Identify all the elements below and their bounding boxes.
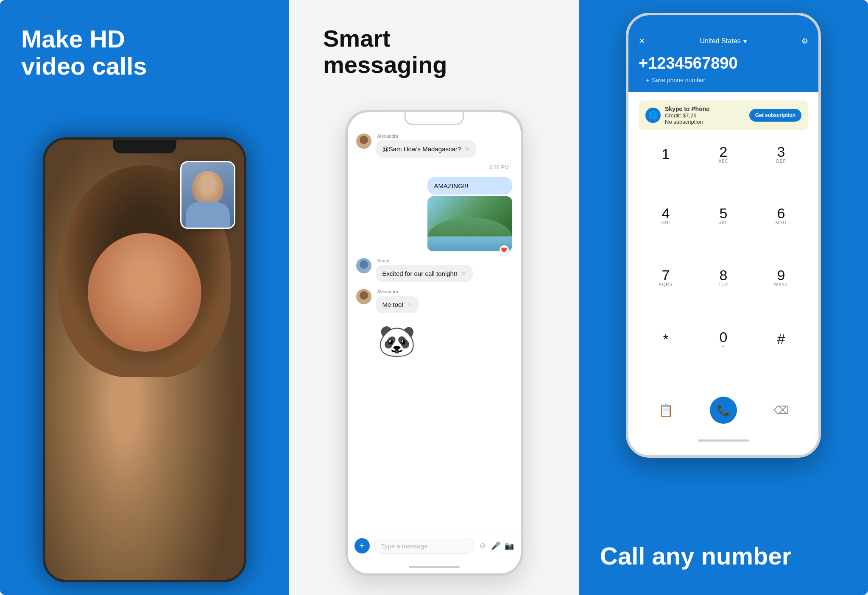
dialpad-home-bar <box>698 439 749 442</box>
save-person-icon: 👤+ <box>639 77 649 83</box>
dialpad-contacts-action[interactable]: 📋 <box>639 395 693 425</box>
close-icon[interactable]: ✕ <box>639 36 645 46</box>
save-label: Save phone number <box>652 77 705 83</box>
key-3[interactable]: 3def <box>754 139 808 169</box>
message-text: @Sam How's Madagascar? <box>382 145 461 153</box>
sent-message-row: AMAZING!!! ❤️ <box>356 177 512 251</box>
messaging-headline-line1: Smart <box>323 25 391 52</box>
backspace-icon: ⌫ <box>773 404 789 417</box>
stuart-avatar <box>356 258 371 273</box>
message-row: Alexandra @Sam How's Madagascar? ☺ <box>356 133 512 158</box>
pip-face <box>192 171 223 205</box>
heart-reaction: ❤️ <box>500 245 509 255</box>
call-any-number-headline: Call any number <box>600 542 791 570</box>
message-bubble-group: Alexandra @Sam How's Madagascar? ☺ <box>376 133 477 158</box>
stuart-bubble-group: Stuart Excited for our call tonight! ☺ <box>376 258 473 282</box>
call-button[interactable]: 📞 <box>710 397 737 424</box>
phone-number-display: +1234567890 <box>639 54 808 72</box>
pip-video <box>180 161 235 229</box>
key-0[interactable]: 0+ <box>696 324 751 354</box>
credit-text: Skype to Phone Credit: $7,26 No subscrip… <box>665 106 709 125</box>
key-hash[interactable]: # <box>754 324 808 354</box>
chevron-down-icon: ▾ <box>743 37 747 45</box>
headline-line2: video calls <box>21 52 147 80</box>
credit-amount: Credit: $7,26 <box>665 112 696 119</box>
country-selector[interactable]: United States ▾ <box>700 37 746 45</box>
key-8[interactable]: 8tuv <box>696 262 751 293</box>
stuart-bubble: Excited for our call tonight! ☺ <box>376 265 473 282</box>
alexandra-avatar-2 <box>356 289 371 304</box>
phone-call-panel: ✕ United States ▾ ⚙ +1234567890 👤+ Save … <box>579 0 868 595</box>
contacts-icon: 📋 <box>659 403 673 417</box>
video-calls-panel: Make HD video calls <box>0 0 289 595</box>
message-time: 6:26 PM <box>356 164 512 170</box>
sticker-panda: 🐼 <box>376 320 418 362</box>
sticker-row: 🐼 <box>356 320 512 362</box>
headline-line1: Make HD <box>21 25 125 53</box>
stuart-message-row: Stuart Excited for our call tonight! ☺ <box>356 258 512 282</box>
dialpad-phone-frame: ✕ United States ▾ ⚙ +1234567890 👤+ Save … <box>626 13 821 458</box>
credit-label: Skype to Phone <box>665 106 709 112</box>
messaging-phone-frame: Alexandra @Sam How's Madagascar? ☺ 6:26 … <box>345 110 523 576</box>
sent-message-text: AMAZING!!! <box>434 182 469 189</box>
key-star[interactable]: * <box>639 324 693 354</box>
message-image <box>427 196 512 251</box>
mic-button-icon[interactable]: 🎤 <box>491 541 500 551</box>
messaging-phone-wrapper: Alexandra @Sam How's Madagascar? ☺ 6:26 … <box>289 90 579 595</box>
dialpad-body: 🌐 Skype to Phone Credit: $7,26 No subscr… <box>628 92 818 455</box>
stuart-sender: Stuart <box>377 258 473 263</box>
globe-icon: 🌐 <box>645 108 661 123</box>
phone-notch-msg <box>405 112 464 125</box>
home-bar <box>409 566 460 568</box>
metoo-bubble: Me too! ☺ <box>376 296 419 313</box>
metoo-text: Me too! <box>382 301 404 308</box>
no-subscription-label: No subscription <box>665 119 703 125</box>
alexandra-sender-2: Alexandra <box>377 289 419 294</box>
messaging-panel: Smart messaging Alexandra @Sam How's Mad… <box>289 0 579 595</box>
stuart-emoji: ☺ <box>461 270 466 276</box>
metoo-bubble-group: Alexandra Me too! ☺ <box>376 289 419 313</box>
dialpad-notch <box>694 15 753 28</box>
video-phone-frame <box>43 137 246 582</box>
dialpad-topbar: ✕ United States ▾ ⚙ <box>639 36 808 46</box>
emoji-button-icon[interactable]: ☺ <box>479 541 486 551</box>
image-message: ❤️ <box>427 196 512 251</box>
message-input-field[interactable]: Type a message <box>374 538 475 554</box>
metoo-message-row: Alexandra Me too! ☺ <box>356 289 512 313</box>
stuart-message-text: Excited for our call tonight! <box>382 270 458 277</box>
dialpad-home-indicator <box>639 434 808 447</box>
dialpad-bottom-row: 📋 📞 ⌫ <box>639 391 808 430</box>
country-label: United States <box>700 37 740 45</box>
add-button[interactable]: + <box>354 538 370 553</box>
dialpad-call-action[interactable]: 📞 <box>696 395 751 425</box>
sent-bubble-group: AMAZING!!! ❤️ <box>427 177 512 251</box>
sent-bubble: AMAZING!!! <box>427 177 512 195</box>
key-6[interactable]: 6mno <box>754 200 808 231</box>
save-phone-number[interactable]: 👤+ Save phone number <box>639 77 808 83</box>
key-7[interactable]: 7pqrs <box>639 262 693 293</box>
camera-button-icon[interactable]: 📷 <box>505 541 514 551</box>
credit-bar: 🌐 Skype to Phone Credit: $7,26 No subscr… <box>639 100 808 130</box>
message-placeholder: Type a message <box>381 542 428 550</box>
key-9[interactable]: 9wxyz <box>754 262 808 293</box>
key-1[interactable]: 1 <box>639 139 693 169</box>
get-subscription-button[interactable]: Get subscription <box>749 109 801 122</box>
dialpad-grid: 1 2abc 3def 4ghi 5jkl 6mno 7pqrs 8tuv 9w… <box>639 134 808 386</box>
key-5[interactable]: 5jkl <box>696 200 751 231</box>
dialpad-wrapper: ✕ United States ▾ ⚙ +1234567890 👤+ Save … <box>626 13 821 458</box>
key-4[interactable]: 4ghi <box>639 200 693 231</box>
key-2[interactable]: 2abc <box>696 139 751 169</box>
video-phone-container <box>43 137 246 595</box>
message-sender: Alexandra <box>377 133 477 139</box>
pip-body <box>186 202 230 228</box>
metoo-emoji: ☺ <box>407 301 412 307</box>
messaging-headline: Smart messaging <box>289 0 481 90</box>
messaging-headline-line2: messaging <box>323 51 447 78</box>
message-icons: ☺ 🎤 📷 <box>479 541 514 551</box>
message-input-bar: + Type a message ☺ 🎤 📷 <box>348 531 521 561</box>
settings-icon[interactable]: ⚙ <box>801 36 808 46</box>
emoji-icon: ☺ <box>464 146 469 152</box>
dialpad-delete-action[interactable]: ⌫ <box>754 395 808 425</box>
pip-person <box>181 162 234 228</box>
phone-notch <box>113 140 176 153</box>
